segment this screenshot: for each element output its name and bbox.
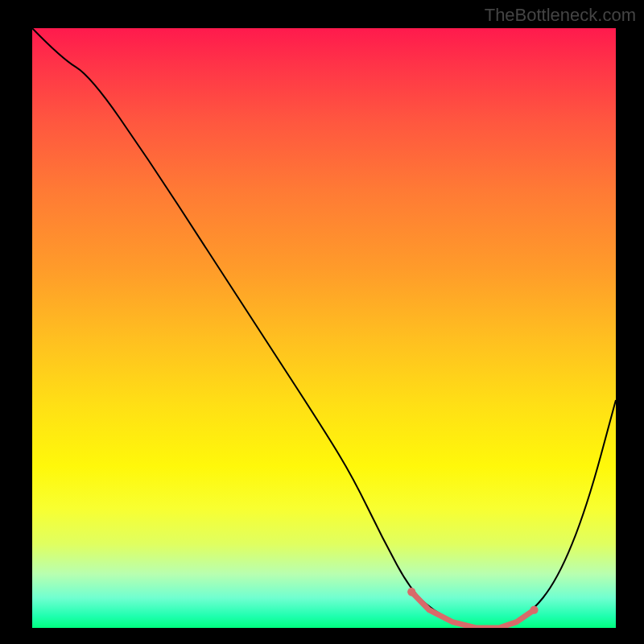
chart-plot-area bbox=[32, 28, 616, 628]
highlight-segment-path bbox=[411, 592, 534, 628]
chart-svg bbox=[32, 28, 616, 628]
highlight-start-dot bbox=[407, 588, 415, 596]
bottleneck-curve-path bbox=[32, 28, 616, 628]
highlight-end-dot bbox=[530, 605, 538, 613]
watermark-text: TheBottleneck.com bbox=[485, 5, 636, 26]
